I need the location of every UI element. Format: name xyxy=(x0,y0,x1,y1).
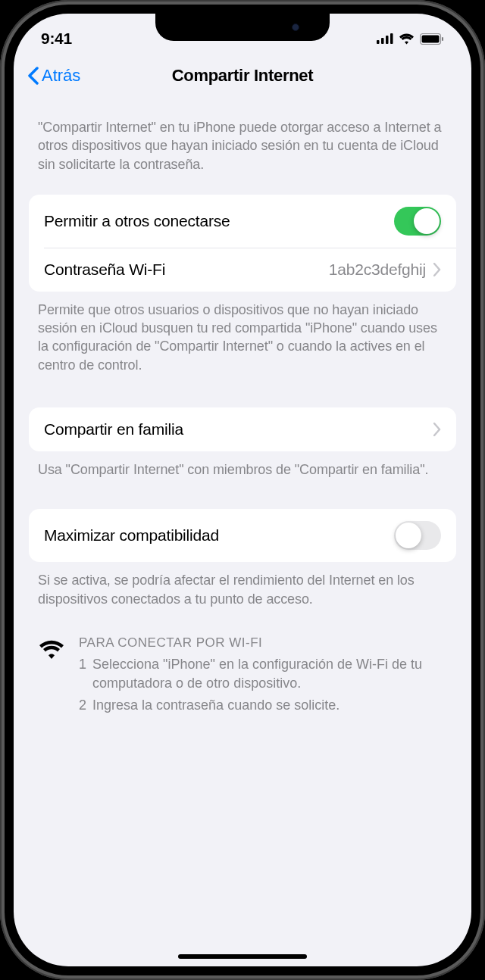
compatibility-toggle[interactable] xyxy=(394,521,441,550)
wifi-password-row[interactable]: Contraseña Wi-Fi 1ab2c3defghij xyxy=(44,248,456,292)
intro-description: "Compartir Internet" en tu iPhone puede … xyxy=(29,97,456,183)
family-sharing-footer: Usa "Compartir Internet" con miembros de… xyxy=(29,451,456,479)
content-area: "Compartir Internet" en tu iPhone puede … xyxy=(14,97,471,719)
compatibility-label: Maximizar compatibilidad xyxy=(44,526,219,545)
chevron-right-icon xyxy=(433,263,441,276)
chevron-left-icon xyxy=(27,67,39,85)
home-indicator[interactable] xyxy=(178,954,307,959)
svg-rect-1 xyxy=(381,38,384,44)
wifi-instruction-icon xyxy=(38,635,65,719)
chevron-right-icon xyxy=(433,423,441,436)
wifi-instructions-title: PARA CONECTAR POR WI-FI xyxy=(79,635,447,651)
allow-others-label: Permitir a otros conectarse xyxy=(44,212,230,230)
back-button[interactable]: Atrás xyxy=(21,63,86,89)
screen: 9:41 xyxy=(14,14,471,966)
allow-others-toggle[interactable] xyxy=(394,207,441,236)
compatibility-group: Maximizar compatibilidad xyxy=(29,509,456,562)
battery-icon xyxy=(420,33,444,45)
family-sharing-group: Compartir en familia xyxy=(29,407,456,451)
svg-rect-0 xyxy=(377,40,380,44)
cellular-signal-icon xyxy=(377,33,393,44)
back-label: Atrás xyxy=(42,66,80,86)
status-icons xyxy=(377,33,444,45)
wifi-password-value: 1ab2c3defghij xyxy=(329,261,426,279)
svg-rect-5 xyxy=(422,35,440,42)
compatibility-row[interactable]: Maximizar compatibilidad xyxy=(29,509,456,562)
nav-bar: Atrás Compartir Internet xyxy=(14,55,471,97)
phone-frame: 9:41 xyxy=(0,0,485,980)
svg-rect-3 xyxy=(390,33,393,44)
status-time: 9:41 xyxy=(41,30,72,48)
wifi-instructions: PARA CONECTAR POR WI-FI 1 Selecciona "iP… xyxy=(29,608,456,719)
allow-others-group: Permitir a otros conectarse Contraseña W… xyxy=(29,195,456,292)
wifi-instruction-step-1: 1 Selecciona "iPhone" en la configuració… xyxy=(79,655,447,693)
family-sharing-row[interactable]: Compartir en familia xyxy=(29,407,456,451)
notch xyxy=(155,14,330,41)
family-sharing-label: Compartir en familia xyxy=(44,420,183,439)
wifi-icon xyxy=(399,33,415,45)
svg-rect-2 xyxy=(386,36,389,44)
wifi-instruction-step-2: 2 Ingresa la contraseña cuando se solici… xyxy=(79,696,447,715)
compatibility-footer: Si se activa, se podría afectar el rendi… xyxy=(29,562,456,608)
page-title: Compartir Internet xyxy=(172,66,314,86)
allow-others-footer: Permite que otros usuarios o dispositivo… xyxy=(29,292,456,374)
allow-others-row[interactable]: Permitir a otros conectarse xyxy=(29,195,456,248)
wifi-password-label: Contraseña Wi-Fi xyxy=(44,261,165,279)
svg-rect-6 xyxy=(442,37,443,41)
